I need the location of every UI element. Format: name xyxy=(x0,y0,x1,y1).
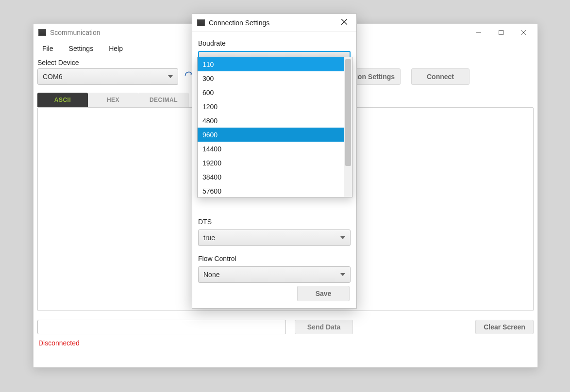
device-select-value: COM6 xyxy=(43,73,62,81)
baudrate-option[interactable]: 300 xyxy=(198,71,344,85)
close-icon xyxy=(341,18,348,25)
send-input[interactable] xyxy=(37,320,286,334)
baudrate-option[interactable]: 57600 xyxy=(198,184,344,197)
chevron-down-icon xyxy=(168,75,173,78)
minimize-button[interactable] xyxy=(468,25,490,40)
app-icon xyxy=(38,29,46,36)
tab-hex[interactable]: HEX xyxy=(88,93,138,107)
chevron-down-icon xyxy=(340,236,345,239)
dropdown-scrollbar[interactable] xyxy=(344,57,352,197)
dialog-title: Connection Settings xyxy=(209,19,336,27)
flow-control-value: None xyxy=(203,271,219,278)
svg-rect-1 xyxy=(499,31,503,35)
dialog-title-bar: Connection Settings xyxy=(192,14,356,32)
tab-ascii[interactable]: ASCII xyxy=(37,93,88,107)
menu-help[interactable]: Help xyxy=(106,43,126,54)
baudrate-option[interactable]: 110 xyxy=(198,57,344,71)
scrollbar-thumb[interactable] xyxy=(345,59,351,166)
save-button[interactable]: Save xyxy=(297,286,350,301)
menu-file[interactable]: File xyxy=(39,43,56,54)
connection-status: Disconnected xyxy=(34,334,537,347)
dts-label: DTS xyxy=(198,218,351,226)
send-data-button[interactable]: Send Data xyxy=(295,320,353,334)
baudrate-label: Boudrate xyxy=(198,39,351,47)
maximize-button[interactable] xyxy=(490,25,512,40)
baudrate-option[interactable]: 38400 xyxy=(198,170,344,184)
connect-button[interactable]: Connect xyxy=(411,68,469,85)
dialog-icon xyxy=(197,19,205,26)
connection-settings-dialog: Connection Settings Boudrate 110 DTS tru… xyxy=(192,14,357,309)
menu-settings[interactable]: Settings xyxy=(66,43,97,54)
device-select[interactable]: COM6 xyxy=(37,68,178,85)
dts-value: true xyxy=(203,234,215,242)
flow-control-label: Flow Control xyxy=(198,255,351,262)
chevron-down-icon xyxy=(340,273,345,276)
dialog-close-button[interactable] xyxy=(336,18,352,27)
baudrate-dropdown: 110 300 600 1200 4800 9600 14400 19200 3… xyxy=(197,57,352,197)
tab-decimal[interactable]: DECIMAL xyxy=(138,93,189,107)
baudrate-option[interactable]: 14400 xyxy=(198,142,344,156)
baudrate-option[interactable]: 9600 xyxy=(198,128,344,142)
dts-select[interactable]: true xyxy=(198,229,351,246)
baudrate-option[interactable]: 4800 xyxy=(198,114,344,128)
baudrate-option[interactable]: 600 xyxy=(198,85,344,99)
baudrate-option[interactable]: 19200 xyxy=(198,156,344,170)
close-button[interactable] xyxy=(512,25,535,40)
clear-screen-button[interactable]: Clear Screen xyxy=(475,320,534,334)
baudrate-option[interactable]: 1200 xyxy=(198,99,344,114)
